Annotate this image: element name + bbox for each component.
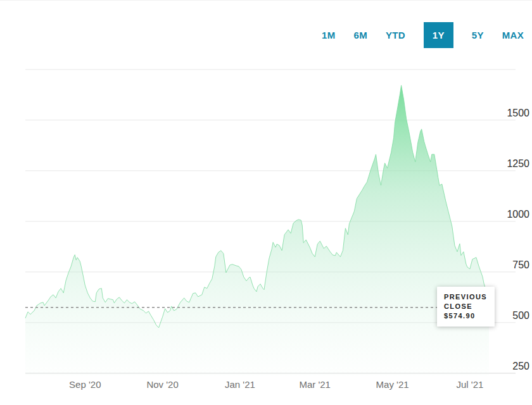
y-axis-label: 1500 — [507, 108, 529, 118]
x-axis-label: Mar '21 — [299, 379, 331, 390]
range-button-5y[interactable]: 5Y — [472, 30, 484, 40]
range-selector: 1M 6M YTD 1Y 5Y MAX — [322, 22, 524, 48]
stock-chart-widget: 1M 6M YTD 1Y 5Y MAX 25050075010001250150… — [0, 0, 532, 405]
x-axis-label: Jan '21 — [225, 379, 255, 390]
price-area-chart[interactable]: 250500750100012501500Sep '20Nov '20Jan '… — [0, 1, 532, 405]
series-layer — [25, 85, 489, 375]
x-axis-label: Nov '20 — [146, 379, 178, 390]
range-button-max[interactable]: MAX — [502, 30, 524, 40]
range-button-1m[interactable]: 1M — [322, 30, 335, 40]
previous-close-tooltip: PREVIOUS CLOSE $574.90 — [437, 287, 495, 327]
range-button-6m[interactable]: 6M — [354, 30, 367, 40]
x-axis-label: Jul '21 — [456, 379, 483, 390]
tooltip-value: $574.90 — [444, 311, 487, 321]
y-axis-label: 1250 — [507, 158, 529, 169]
y-axis-label: 750 — [512, 259, 529, 270]
price-area — [25, 85, 489, 375]
tooltip-line: CLOSE — [444, 302, 487, 311]
y-axis-label: 1000 — [507, 209, 529, 220]
x-axis-label: Sep '20 — [69, 379, 101, 390]
y-axis-label: 250 — [512, 361, 529, 371]
range-button-1y[interactable]: 1Y — [424, 22, 453, 48]
x-axis-label: May '21 — [376, 379, 409, 390]
range-button-ytd[interactable]: YTD — [386, 30, 405, 40]
y-axis-label: 500 — [512, 310, 529, 321]
tooltip-line: PREVIOUS — [444, 292, 487, 302]
